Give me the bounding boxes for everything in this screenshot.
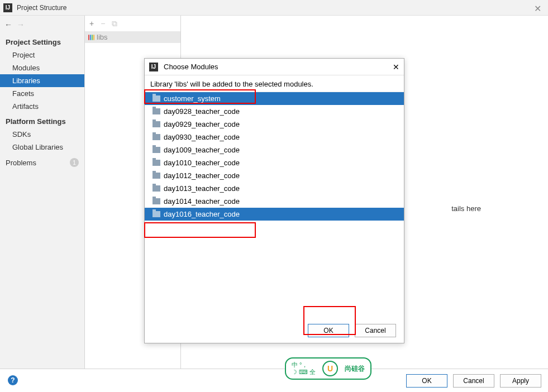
sidebar-item-global-libraries[interactable]: Global Libraries <box>0 141 84 154</box>
dialog-footer: OK Cancel <box>145 318 404 343</box>
folder-icon <box>153 147 160 153</box>
window-title: Project Structure <box>17 4 66 12</box>
titlebar: IJ Project Structure ✕ <box>0 0 548 16</box>
project-settings-heading: Project Settings <box>0 34 84 49</box>
nav-forward-icon[interactable]: → <box>17 20 25 29</box>
module-item[interactable]: day1016_teacher_code <box>145 208 404 221</box>
module-item[interactable]: day1009_teacher_code <box>145 144 404 156</box>
footer: ? OK Cancel Apply <box>0 369 548 392</box>
sidebar-nav: ← → <box>0 18 84 34</box>
window-close-icon[interactable]: ✕ <box>534 3 541 14</box>
sidebar-item-facets[interactable]: Facets <box>0 87 84 100</box>
module-item[interactable]: customer_system <box>145 92 404 105</box>
module-item[interactable]: day0930_teacher_code <box>145 131 404 144</box>
apply-button[interactable]: Apply <box>500 374 541 388</box>
sidebar-item-project[interactable]: Project <box>0 49 84 61</box>
watermark-left: 中 °， ☽ ⌨ 全 <box>292 361 316 376</box>
dialog-message: Library 'libs' will be added to the sele… <box>145 80 404 92</box>
sidebar-item-problems[interactable]: Problems 1 <box>0 154 84 171</box>
folder-icon <box>153 211 160 217</box>
folder-icon <box>153 185 160 192</box>
sidebar-item-artifacts[interactable]: Artifacts <box>0 100 84 113</box>
watermark-emblem: U <box>322 361 338 376</box>
dialog-close-icon[interactable]: ✕ <box>393 63 399 71</box>
module-list: customer_system day0928_teacher_code day… <box>145 92 404 314</box>
ok-button[interactable]: OK <box>406 374 447 388</box>
cancel-button[interactable]: Cancel <box>453 374 494 388</box>
dialog-body: Library 'libs' will be added to the sele… <box>145 75 404 318</box>
remove-icon[interactable]: − <box>101 19 105 28</box>
module-item[interactable]: day0928_teacher_code <box>145 105 404 118</box>
folder-icon <box>153 160 160 166</box>
library-item-libs[interactable]: libs <box>85 31 180 43</box>
sidebar-item-sdks[interactable]: SDKs <box>0 128 84 141</box>
folder-icon <box>153 173 160 179</box>
dialog-titlebar: IJ Choose Modules ✕ <box>145 59 404 75</box>
module-item[interactable]: day1012_teacher_code <box>145 169 404 182</box>
sidebar-item-modules[interactable]: Modules <box>0 61 84 74</box>
module-item[interactable]: day1014_teacher_code <box>145 195 404 208</box>
module-item[interactable]: day0929_teacher_code <box>145 118 404 131</box>
sidebar-item-libraries[interactable]: Libraries <box>0 74 84 87</box>
folder-icon <box>153 108 160 114</box>
module-item[interactable]: day1010_teacher_code <box>145 156 404 169</box>
nav-back-icon[interactable]: ← <box>4 20 12 29</box>
problems-label: Problems <box>6 159 36 167</box>
folder-icon <box>153 198 160 204</box>
library-label: libs <box>97 33 108 41</box>
copy-icon[interactable]: ⧉ <box>112 19 117 28</box>
folder-icon <box>153 121 160 127</box>
folder-icon <box>153 134 160 140</box>
choose-modules-dialog: IJ Choose Modules ✕ Library 'libs' will … <box>144 58 404 343</box>
app-icon: IJ <box>3 3 12 12</box>
dialog-ok-button[interactable]: OK <box>308 324 349 337</box>
add-icon[interactable]: + <box>89 19 94 28</box>
dialog-app-icon: IJ <box>149 63 158 71</box>
sidebar: ← → Project Settings Project Modules Lib… <box>0 16 85 369</box>
problems-badge: 1 <box>70 158 79 167</box>
watermark-text: 尚硅谷 <box>345 364 365 374</box>
help-icon[interactable]: ? <box>8 375 18 385</box>
module-item[interactable]: day1013_teacher_code <box>145 182 404 195</box>
details-placeholder: tails here <box>451 204 481 213</box>
mid-toolbar: + − ⧉ <box>85 16 180 31</box>
dialog-cancel-button[interactable]: Cancel <box>355 324 396 337</box>
watermark: 中 °， ☽ ⌨ 全 U 尚硅谷 <box>285 357 371 380</box>
platform-settings-heading: Platform Settings <box>0 113 84 128</box>
dialog-title: Choose Modules <box>164 63 218 71</box>
folder-icon <box>153 95 160 102</box>
library-icon <box>88 35 94 40</box>
